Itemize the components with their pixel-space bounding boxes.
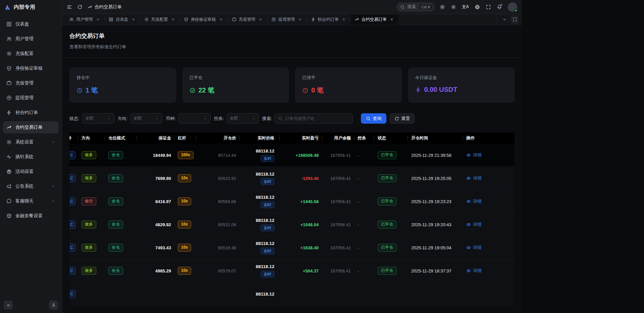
content-fullscreen-button[interactable] xyxy=(511,15,519,24)
sidebar-item-second-contract-orders[interactable]: 秒合约订单 xyxy=(3,107,59,119)
search-icon xyxy=(278,116,283,121)
timezone-globe-button[interactable] xyxy=(475,4,480,10)
tab-user-management[interactable]: 用户管理 xyxy=(65,14,104,25)
col-margin: 保证金 xyxy=(137,132,174,144)
filter-bar: 状态: 全部 方向: 全部 币种: 控杀: 全部 搜索: xyxy=(62,105,522,132)
table-row[interactable]: C 做多 全仓 7699.90 10x 90515.92 88118.12实时 … xyxy=(69,167,515,190)
global-search-button[interactable]: 搜索 Ctrl K xyxy=(396,2,435,12)
dashboard-grid-icon xyxy=(6,21,12,27)
stat-card-holding: 持仓中 1 笔 xyxy=(69,68,176,103)
direction-select[interactable]: 全部 xyxy=(130,113,162,124)
breadcrumb-label: 合约交易订单 xyxy=(95,4,122,10)
sidebar-item-contract-trade-orders[interactable]: 合约交易订单 xyxy=(3,121,59,133)
sidebar-item-label: 充值管理 xyxy=(15,80,34,86)
query-button[interactable]: 查询 xyxy=(361,113,386,124)
open-time: 2025-11-29 21:39:58 xyxy=(411,153,451,158)
close-tab-icon[interactable] xyxy=(298,17,302,21)
close-tab-icon[interactable] xyxy=(96,17,100,21)
package-icon xyxy=(6,213,12,218)
kill-select[interactable]: 全部 xyxy=(226,113,259,124)
sidebar-item-system-settings[interactable]: 系统设置 xyxy=(3,136,59,148)
topbar-actions: 文A xyxy=(440,2,517,12)
tab-second-contract-orders[interactable]: 秒合约订单 xyxy=(307,14,351,25)
collapse-sidebar-button[interactable] xyxy=(4,301,13,310)
sidebar-item-activity-settings[interactable]: 活动设置 xyxy=(3,166,59,178)
reset-button[interactable]: 重置 xyxy=(390,113,415,124)
theme-toggle-button[interactable] xyxy=(451,4,456,10)
sidebar-item-dashboard[interactable]: 仪表盘 xyxy=(3,18,59,30)
sidebar-item-recharge-management[interactable]: 充值管理 xyxy=(3,77,59,89)
coin-badge: C xyxy=(69,221,75,229)
close-tab-icon[interactable] xyxy=(342,17,346,21)
open-time: 2025-11-29 19:20:43 xyxy=(411,222,451,227)
close-tab-icon[interactable] xyxy=(390,17,394,21)
sidebar-item-recharge-config[interactable]: 充值配置 xyxy=(3,48,59,60)
tab-withdrawal-management[interactable]: 提现管理 xyxy=(267,14,307,25)
close-tab-icon[interactable] xyxy=(131,17,136,21)
tab-contract-trade-orders[interactable]: 合约交易订单 xyxy=(350,14,398,25)
tab-list-dropdown-button[interactable] xyxy=(500,15,508,24)
close-tab-icon[interactable] xyxy=(171,17,175,21)
direction-filter-label: 方向: xyxy=(118,116,128,122)
detail-link[interactable]: 详情 xyxy=(466,245,482,251)
refresh-button[interactable] xyxy=(77,4,83,10)
status-badge: 已平仓 xyxy=(378,197,396,205)
close-tab-icon[interactable] xyxy=(219,17,223,21)
sidebar-item-pin-system[interactable]: 插针系统 xyxy=(3,151,59,163)
table-row[interactable]: C 做多 全仓 18449.94 100x 90714.44 88118.12实… xyxy=(69,144,515,167)
order-search-input[interactable] xyxy=(285,116,349,121)
status-filter-label: 状态: xyxy=(69,116,79,122)
menu-toggle-button[interactable] xyxy=(67,4,72,10)
tab-label: 合约交易订单 xyxy=(362,17,387,22)
chevron-down-icon xyxy=(51,140,55,144)
leverage-badge: 10x xyxy=(178,244,191,252)
sidebar-item-support-chat[interactable]: 客服聊天 xyxy=(3,195,59,207)
language-button[interactable]: 文A xyxy=(462,4,469,10)
notifications-button[interactable] xyxy=(497,4,502,10)
sidebar-item-finance-package-settings[interactable]: 金融套餐设置 xyxy=(3,210,59,222)
sidebar-nav: 仪表盘 用户管理 充值配置 身份验证审核 充值管理 提现管理 秒合约订单 合约交… xyxy=(0,14,62,298)
avatar[interactable] xyxy=(508,2,517,12)
kill-control-value: - xyxy=(358,245,359,250)
sidebar-item-kyc-review[interactable]: 身份验证审核 xyxy=(3,62,59,74)
table-row-partial[interactable]: C 88118.12 xyxy=(69,283,515,306)
table-row[interactable]: C 做空 全仓 8416.97 10x 90559.86 88118.12实时 … xyxy=(69,190,515,213)
pnl-value: -1293.40 xyxy=(302,176,319,181)
close-tab-icon[interactable] xyxy=(259,17,263,21)
table-row[interactable]: C 做多 全仓 4985.29 10x 90579.07 88118.12实时 … xyxy=(69,259,515,283)
settings-button[interactable] xyxy=(440,4,445,10)
col-status: 状态 xyxy=(374,132,408,144)
status-select[interactable]: 全部 xyxy=(82,113,114,124)
detail-link[interactable]: 详情 xyxy=(466,175,482,181)
tab-kyc-review[interactable]: 身份验证审核 xyxy=(179,14,227,25)
tab-recharge-management[interactable]: 充值管理 xyxy=(227,14,267,25)
position-mode-badge: 全仓 xyxy=(108,151,123,159)
sidebar-item-announcement-system[interactable]: 公告系统 xyxy=(3,180,59,192)
table-row[interactable]: C 做多 全仓 7493.43 10x 90516.38 88118.12实时 … xyxy=(69,236,515,259)
fullscreen-button[interactable] xyxy=(486,4,491,10)
tab-dashboard[interactable]: 仪表盘 xyxy=(104,14,140,25)
coin-badge: C xyxy=(69,174,75,182)
live-price: 88118.12 xyxy=(256,218,274,223)
sidebar-item-user-management[interactable]: 用户管理 xyxy=(3,33,59,45)
table-row[interactable]: C 做多 全仓 4829.92 10x 90531.06 88118.12实时 … xyxy=(69,213,515,236)
topbar: 合约交易订单 搜索 Ctrl K 文A xyxy=(62,0,522,14)
chevron-down-icon xyxy=(203,117,207,121)
megaphone-icon xyxy=(6,184,12,189)
search-icon xyxy=(366,116,371,121)
detail-link[interactable]: 详情 xyxy=(466,222,482,228)
sidebar-item-withdrawal-management[interactable]: 提现管理 xyxy=(3,92,59,104)
kill-filter-group: 控杀: 全部 xyxy=(214,113,259,124)
detail-link[interactable]: 详情 xyxy=(466,198,482,204)
tab-label: 充值管理 xyxy=(239,17,256,22)
refresh-icon xyxy=(394,116,399,121)
status-badge: 已平仓 xyxy=(378,267,396,275)
detail-link[interactable]: 详情 xyxy=(466,152,482,158)
detail-link[interactable]: 详情 xyxy=(466,268,482,274)
pin-sidebar-button[interactable] xyxy=(49,301,58,310)
coin-select[interactable] xyxy=(178,113,211,124)
tab-recharge-config[interactable]: 充值配置 xyxy=(140,14,179,25)
margin-value: 18449.94 xyxy=(153,153,171,158)
leverage-badge: 100x xyxy=(178,151,194,159)
search-icon xyxy=(400,5,405,9)
